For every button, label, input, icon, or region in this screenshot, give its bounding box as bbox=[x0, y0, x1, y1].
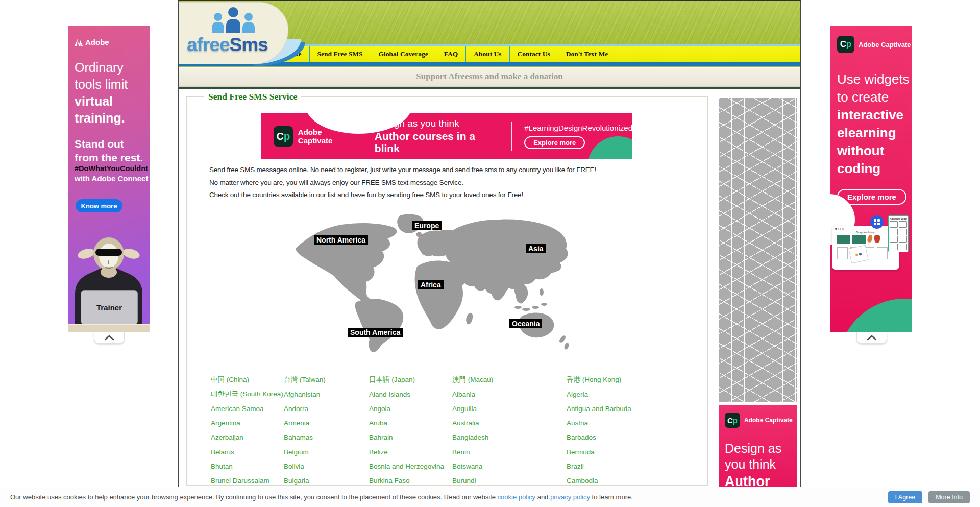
ad-headline: tools limit bbox=[75, 76, 128, 93]
country-link[interactable]: 澳門 (Macau) bbox=[452, 375, 567, 384]
country-link[interactable]: 대한민국 (South Korea) bbox=[211, 390, 284, 399]
nav-item-dont-text-me[interactable]: Don't Text Me bbox=[558, 46, 617, 62]
country-link[interactable]: Barbados bbox=[567, 433, 685, 441]
ad-headline-bold: coding bbox=[837, 160, 910, 178]
ad-headline: you think bbox=[725, 457, 776, 472]
country-link[interactable]: Bermuda bbox=[567, 448, 685, 456]
country-link[interactable]: Argentina bbox=[211, 419, 284, 427]
country-link[interactable]: Brazil bbox=[567, 463, 685, 470]
country-link[interactable]: Aland Islands bbox=[369, 391, 452, 398]
nav-item-about-us[interactable]: About Us bbox=[466, 46, 509, 62]
country-link[interactable]: Bulgaria bbox=[284, 477, 369, 485]
collapse-right-ad-button[interactable] bbox=[856, 332, 887, 344]
explore-more-button[interactable]: Explore more bbox=[524, 136, 585, 149]
ad-headline-bold: training. bbox=[75, 110, 128, 127]
country-link[interactable]: Bhutan bbox=[211, 463, 284, 470]
country-list: 中国 (China) 台灣 (Taiwan) 日本語 (Japan) 澳門 (M… bbox=[211, 373, 685, 488]
know-more-button[interactable]: Know more bbox=[76, 199, 122, 212]
privacy-policy-link[interactable]: privacy policy bbox=[550, 493, 590, 501]
country-link[interactable]: Anguilla bbox=[452, 405, 567, 413]
ad-headline: Design as bbox=[725, 441, 781, 456]
main-content: Send Free SMS Service Cp Adobe Captivate… bbox=[179, 89, 800, 507]
country-link[interactable]: Algeria bbox=[567, 391, 685, 398]
ad-headline-bold: without bbox=[837, 142, 910, 160]
laptop-illustration: Trainer bbox=[81, 290, 138, 325]
map-label-oceania[interactable]: Oceania bbox=[509, 319, 542, 328]
captivate-logo-icon: Cp bbox=[725, 413, 740, 428]
cookie-policy-link[interactable]: cookie policy bbox=[498, 493, 535, 501]
map-label-europe[interactable]: Europe bbox=[412, 221, 442, 230]
ad-subline: with Adobe Connect bbox=[75, 174, 148, 183]
ad-headline: Ordinary bbox=[75, 59, 128, 76]
country-link[interactable]: Burkina Faso bbox=[369, 477, 452, 485]
panel-title: Add new widget bbox=[890, 217, 907, 220]
country-link[interactable]: Belarus bbox=[211, 448, 284, 456]
collapse-left-ad-button[interactable] bbox=[94, 332, 125, 344]
ad-headline-bold: interactive bbox=[837, 106, 910, 124]
add-widget-panel: Add new widget bbox=[888, 215, 909, 252]
country-link[interactable]: Bahrain bbox=[369, 433, 452, 441]
more-info-button[interactable]: More Info bbox=[928, 491, 970, 503]
page-title: Send Free SMS Service bbox=[204, 91, 301, 102]
laptop-label: Trainer bbox=[96, 303, 122, 312]
country-link[interactable]: Belgium bbox=[284, 448, 369, 456]
country-link[interactable]: Albania bbox=[452, 391, 567, 398]
site-logo[interactable]: afreeSms bbox=[187, 34, 268, 56]
country-link[interactable]: American Samoa bbox=[211, 405, 284, 413]
country-link[interactable]: 台灣 (Taiwan) bbox=[284, 375, 369, 384]
country-link[interactable]: Bolivia bbox=[284, 463, 369, 470]
ad-tagline: Stand out bbox=[75, 137, 143, 151]
intro-line-2: No matter where you are, you will always… bbox=[209, 177, 596, 189]
map-label-asia[interactable]: Asia bbox=[526, 244, 546, 253]
right-skyscraper-ad[interactable]: Cp Adobe Captivate Use widgets to create… bbox=[830, 26, 912, 332]
country-link[interactable]: Botswana bbox=[452, 463, 567, 470]
leaderboard-ad[interactable]: Cp Adobe Captivate Design as you think A… bbox=[261, 113, 632, 159]
ad-headline: to create bbox=[837, 88, 910, 106]
widget-grid-icon bbox=[870, 215, 884, 229]
ad-hashtag: #DoWhatYouCouldnt bbox=[75, 164, 148, 173]
country-link[interactable]: Antigua and Barbuda bbox=[567, 405, 685, 413]
left-skyscraper-ad[interactable]: Adobe Ordinary tools limit virtual train… bbox=[68, 26, 150, 332]
country-link[interactable]: Bahamas bbox=[284, 433, 369, 441]
i-agree-button[interactable]: I Agree bbox=[888, 491, 923, 503]
ad-brand: Adobe Captivate bbox=[298, 128, 355, 145]
country-link[interactable]: Afghanistan bbox=[284, 391, 369, 398]
nav-item-send-free-sms[interactable]: Send Free SMS bbox=[310, 46, 371, 62]
country-link[interactable]: Azerbaijan bbox=[211, 433, 284, 441]
world-map: North America Europe Asia Africa South A… bbox=[290, 210, 576, 356]
country-link[interactable]: Austria bbox=[567, 419, 685, 427]
country-link[interactable]: Brunei Darussalam bbox=[211, 477, 284, 485]
ad-tagline: from the rest. bbox=[75, 151, 143, 164]
people-icon bbox=[205, 5, 261, 35]
ad-headline-bold: elearning bbox=[837, 124, 910, 142]
country-link[interactable]: Benin bbox=[452, 448, 567, 456]
map-label-africa[interactable]: Africa bbox=[418, 280, 444, 289]
country-link[interactable]: Belize bbox=[369, 448, 452, 456]
country-link[interactable]: Australia bbox=[452, 419, 567, 427]
country-link[interactable]: Bangladesh bbox=[452, 433, 567, 441]
nav-item-contact-us[interactable]: Contact Us bbox=[510, 46, 558, 62]
nav-bar: Home Send Free SMS Global Coverage FAQ A… bbox=[276, 46, 800, 62]
donation-banner[interactable]: Support Afreesms and make a donation bbox=[179, 67, 800, 87]
chevron-up-icon bbox=[104, 335, 115, 341]
country-link[interactable]: Burundi bbox=[452, 477, 567, 485]
country-link[interactable]: Bosnia and Herzegovina bbox=[369, 463, 452, 470]
country-link[interactable]: Andorra bbox=[284, 405, 369, 413]
logo-panel[interactable]: afreeSms bbox=[179, 2, 288, 64]
country-link[interactable]: 日本語 (Japan) bbox=[369, 375, 452, 384]
country-link[interactable]: Aruba bbox=[369, 419, 452, 427]
map-label-north-america[interactable]: North America bbox=[314, 235, 368, 245]
cookie-text: Our website uses cookies to help enhance… bbox=[10, 493, 882, 501]
map-label-south-america[interactable]: South America bbox=[348, 328, 403, 337]
nav-item-faq[interactable]: FAQ bbox=[436, 46, 467, 62]
ad-placeholder-cubes[interactable] bbox=[719, 98, 797, 402]
captivate-logo-icon: Cp bbox=[837, 36, 854, 53]
captivate-logo-icon: Cp bbox=[274, 126, 293, 147]
country-link[interactable]: Armenia bbox=[284, 419, 369, 427]
country-link[interactable]: Cambodia bbox=[567, 477, 685, 485]
nav-item-global-coverage[interactable]: Global Coverage bbox=[371, 46, 436, 62]
country-link[interactable]: 香港 (Hong Kong) bbox=[567, 375, 685, 384]
ad-headline: Use widgets bbox=[837, 70, 910, 88]
country-link[interactable]: Angola bbox=[369, 405, 452, 413]
country-link[interactable]: 中国 (China) bbox=[211, 375, 284, 384]
